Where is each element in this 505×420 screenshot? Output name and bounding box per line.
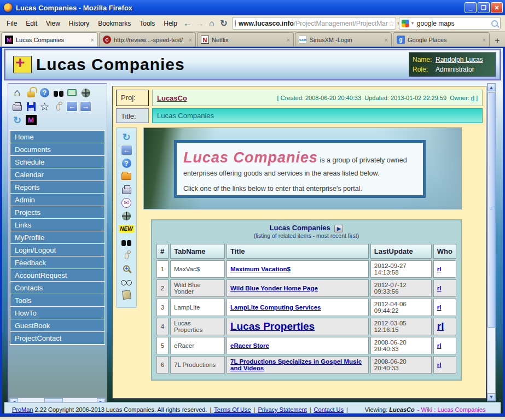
project-link[interactable]: LucasCo	[157, 94, 187, 102]
sidebar-item-contacts[interactable]: Contacts	[10, 282, 105, 294]
sidebar-item-guestbook[interactable]: GuestBook	[10, 319, 105, 332]
sidebar-item-projects[interactable]: Projects	[10, 206, 105, 219]
refresh-icon[interactable]: ↻	[11, 114, 24, 126]
tab-close-icon[interactable]: ×	[483, 37, 486, 43]
privacy-link[interactable]: Privacy Statement	[258, 406, 306, 413]
menu-bookmarks[interactable]: Bookmarks	[94, 18, 135, 30]
maximize-button[interactable]: ❐	[478, 2, 490, 13]
scroll-document-icon[interactable]	[120, 289, 132, 300]
tab-lucas-companies[interactable]: M Lucas Companies ×	[1, 32, 98, 46]
who-link[interactable]: rl	[437, 285, 442, 291]
new-item-icon[interactable]: NEW	[120, 223, 132, 235]
monitor-icon[interactable]	[66, 86, 78, 99]
item-link[interactable]: Maximum Vacation$	[230, 266, 291, 272]
terms-link[interactable]: Terms Of Use	[214, 406, 251, 413]
tab-netflix[interactable]: N Netflix ×	[197, 32, 294, 46]
sidebar-item-tools[interactable]: Tools	[10, 294, 105, 307]
tab-google-places[interactable]: g Google Places ×	[393, 32, 490, 46]
who-link[interactable]: rl	[437, 342, 442, 349]
item-link[interactable]: LampLite Computing Services	[230, 304, 321, 311]
menu-history[interactable]: History	[65, 18, 94, 30]
menu-file[interactable]: File	[2, 18, 21, 30]
play-icon[interactable]: ▶	[334, 225, 343, 232]
tab-close-icon[interactable]: ×	[91, 37, 94, 43]
bookmark-star-icon[interactable]: ☆	[388, 19, 395, 28]
tab-speed-test[interactable]: C http://review...-speed-test/ ×	[99, 32, 196, 46]
sidebar-item-documents[interactable]: Documents	[10, 143, 105, 156]
print-icon[interactable]	[11, 100, 24, 113]
zoom-in-icon[interactable]	[120, 262, 132, 274]
who-link[interactable]: rl	[437, 320, 444, 332]
unlock-icon[interactable]	[25, 86, 37, 99]
tab-close-icon[interactable]: ×	[385, 37, 388, 43]
sidebar-item-accountrequest[interactable]: AccountRequest	[10, 269, 105, 282]
footprints-icon[interactable]	[120, 249, 132, 261]
home-icon[interactable]: ⌂	[11, 86, 24, 99]
sidebar-item-login-logout[interactable]: Login/Logout	[10, 244, 105, 256]
search-binoculars-icon[interactable]	[120, 236, 132, 248]
favorite-star-icon[interactable]: ☆	[38, 100, 51, 113]
item-link[interactable]: 7L Productions Specializes in Gospel Mus…	[230, 358, 362, 371]
tab-siriusxm[interactable]: SXM SiriusXM -Login ×	[295, 32, 392, 46]
sidebar-item-howto[interactable]: HowTo	[10, 307, 105, 319]
menu-help[interactable]: Help	[159, 18, 182, 30]
owner-link[interactable]: rl	[471, 95, 474, 101]
main-vertical-scrollbar[interactable]: ▲ ▼	[487, 83, 496, 401]
folder-icon[interactable]	[120, 171, 132, 182]
minimize-button[interactable]: _	[465, 2, 477, 13]
email-icon[interactable]: ✉	[120, 197, 132, 208]
sidebar-item-admin[interactable]: Admin	[10, 194, 105, 206]
search-engine-dropdown-icon[interactable]: ▼	[410, 21, 415, 26]
sidebar-item-feedback[interactable]: Feedback	[10, 256, 105, 269]
sidebar-item-links[interactable]: Links	[10, 219, 105, 231]
footprints-icon[interactable]	[52, 100, 65, 113]
menu-tools[interactable]: Tools	[135, 18, 159, 30]
close-button[interactable]: ✕	[491, 2, 503, 13]
back-icon[interactable]: ←	[182, 18, 194, 30]
menu-edit[interactable]: Edit	[21, 18, 42, 30]
sidebar-item-reports[interactable]: Reports	[10, 181, 105, 194]
help-icon[interactable]: ?	[120, 158, 132, 169]
search-input[interactable]	[417, 20, 491, 27]
refresh-icon[interactable]: ↻	[120, 131, 132, 143]
sidebar-item-myprofile[interactable]: MyProfile	[10, 231, 105, 244]
contact-link[interactable]: Contact Us	[314, 406, 344, 413]
forward-arrow-icon[interactable]: →	[79, 100, 92, 113]
who-link[interactable]: rl	[437, 304, 442, 311]
forward-icon[interactable]: →	[194, 18, 206, 30]
proman-link[interactable]: ProMan	[12, 406, 33, 413]
who-link[interactable]: rl	[437, 361, 442, 368]
google-search-icon[interactable]	[402, 20, 409, 27]
globe-icon[interactable]	[120, 210, 132, 221]
print-icon[interactable]	[120, 184, 132, 195]
sidebar-item-schedule[interactable]: Schedule	[10, 156, 105, 168]
home-icon[interactable]: ⌂	[206, 18, 218, 30]
search-binoculars-icon[interactable]	[52, 86, 65, 99]
reload-icon[interactable]: ↻	[218, 18, 230, 30]
who-link[interactable]: rl	[437, 266, 442, 272]
menu-view[interactable]: View	[42, 18, 65, 30]
save-icon[interactable]	[25, 100, 37, 113]
sidebar-item-projectcontact[interactable]: ProjectContact	[10, 332, 105, 345]
item-link[interactable]: Lucas Properties	[230, 320, 315, 332]
globe-icon[interactable]	[79, 86, 92, 99]
back-arrow-icon[interactable]: ←	[120, 144, 132, 156]
item-link[interactable]: Wild Blue Yonder Home Page	[230, 285, 318, 291]
back-arrow-icon[interactable]: ←	[66, 100, 78, 113]
scrollbar-thumb[interactable]	[487, 92, 495, 328]
sidebar-item-calendar[interactable]: Calendar	[10, 168, 105, 181]
sidebar-item-home[interactable]: Home	[10, 131, 105, 143]
eyeglasses-icon[interactable]	[120, 276, 132, 287]
url-bar[interactable]: www.lucasco.info /ProjectManagement/Proj…	[232, 17, 396, 30]
user-name-link[interactable]: Randolph Lucas	[436, 55, 483, 65]
help-icon[interactable]: ?	[38, 86, 51, 99]
tab-close-icon[interactable]: ×	[189, 37, 192, 43]
scroll-up-icon[interactable]: ▲	[487, 84, 495, 91]
scroll-down-icon[interactable]: ▼	[487, 393, 495, 401]
item-link[interactable]: eRacer Store	[230, 342, 269, 349]
tab-close-icon[interactable]: ×	[287, 37, 290, 43]
new-tab-button[interactable]: +	[491, 33, 504, 46]
search-bar[interactable]: ▼	[399, 17, 501, 30]
search-magnifier-icon[interactable]	[491, 20, 498, 27]
butterfly-logo-icon[interactable]: M	[25, 114, 37, 126]
